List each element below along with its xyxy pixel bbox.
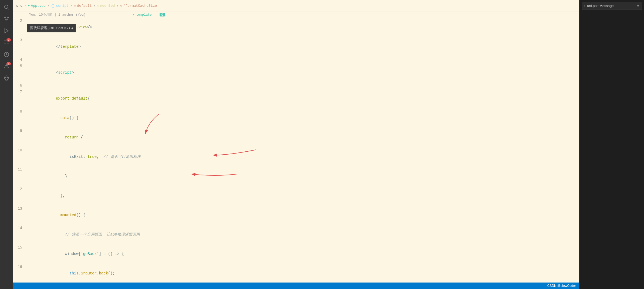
svg-point-0 <box>5 5 8 9</box>
mounted-icon: ⊙ <box>97 4 99 8</box>
line-code[interactable]: data() { <box>26 108 579 128</box>
right-panel-label: uni.postMessage <box>587 4 613 8</box>
breadcrumb-appvue[interactable]: App.vue <box>31 4 46 8</box>
source-control-icon[interactable] <box>2 14 11 24</box>
line-code[interactable]: </template> <box>26 37 579 56</box>
svg-rect-6 <box>4 40 6 42</box>
line-code[interactable]: // 注册一个全局返回 让app物理返回调用 <box>26 225 579 244</box>
right-panel-suffix: A <box>637 4 639 8</box>
line-code[interactable]: mounted() { <box>26 205 579 225</box>
code-table: 2 <router-view/> 3 </template> 4 5 <box>13 18 579 283</box>
line-code[interactable] <box>26 82 579 89</box>
breadcrumb: src › ▼ App.vue › {} script › ⊙ default … <box>13 0 579 12</box>
table-row: 12 }, <box>13 186 579 205</box>
table-row: 2 <router-view/> <box>13 18 579 37</box>
line-code[interactable]: <router-view/> <box>26 18 579 37</box>
line-num: 13 <box>13 205 26 225</box>
default-icon: ⊙ <box>74 4 76 8</box>
table-row: 5 <script> <box>13 63 579 82</box>
status-text: CSDN @slowCoder <box>547 284 576 288</box>
main-content: src › ▼ App.vue › {} script › ⊙ default … <box>13 0 579 289</box>
copilot-icon[interactable] <box>2 73 11 83</box>
line-code[interactable]: } <box>26 166 579 186</box>
status-bar: CSDN @slowCoder <box>13 283 579 289</box>
table-row: 10 isExit: true, // 是否可以退出程序 <box>13 147 579 166</box>
script-icon: {} <box>51 4 55 8</box>
table-row: 6 <box>13 82 579 89</box>
table-row: 3 </template> <box>13 37 579 56</box>
line-num: 5 <box>13 63 26 82</box>
line-num: 8 <box>13 108 26 128</box>
run-icon[interactable] <box>2 26 11 36</box>
line-num: 6 <box>13 82 26 89</box>
line-code[interactable]: window['goBack'] = () => { <box>26 244 579 264</box>
breadcrumb-script[interactable]: script <box>56 4 69 8</box>
source-control-tooltip: 源代码管理(Ctrl+Shift+G G) <box>27 24 76 32</box>
line-code[interactable]: <script> <box>26 63 579 82</box>
svg-point-4 <box>6 20 7 21</box>
table-row: 13 mounted() { <box>13 205 579 225</box>
line-num: 3 <box>13 37 26 56</box>
activity-bar: 2 3 <box>0 0 13 289</box>
line-num: 10 <box>13 147 26 166</box>
svg-rect-8 <box>4 43 6 45</box>
table-row: 4 <box>13 56 579 63</box>
format-icon: ⊙ <box>120 4 122 8</box>
code-editor[interactable]: 2 <router-view/> 3 </template> 4 5 <box>13 18 579 283</box>
debug-icon[interactable]: 3 <box>2 62 11 71</box>
line-code[interactable]: return { <box>26 128 579 147</box>
vue-icon: ▼ <box>28 4 30 8</box>
extensions-badge: 2 <box>6 38 11 42</box>
line-code[interactable]: this.$router.back(); <box>26 264 579 283</box>
table-row: 7 export default{ <box>13 89 579 108</box>
chevron-right-icon: › <box>584 4 585 8</box>
line-num: 12 <box>13 186 26 205</box>
line-code[interactable] <box>26 56 579 63</box>
table-row: 15 window['goBack'] = () => { <box>13 244 579 264</box>
table-row: 16 this.$router.back(); <box>13 264 579 283</box>
table-row: 8 data() { <box>13 108 579 128</box>
line-num: 16 <box>13 264 26 283</box>
breadcrumb-default[interactable]: default <box>77 4 92 8</box>
table-row: 14 // 注册一个全局返回 让app物理返回调用 <box>13 225 579 244</box>
svg-point-3 <box>7 17 9 18</box>
svg-marker-5 <box>5 29 8 33</box>
line-num: 2 <box>13 18 26 37</box>
breadcrumb-src[interactable]: src <box>16 4 22 8</box>
right-panel: › uni.postMessage A <box>579 0 644 289</box>
breadcrumb-mounted[interactable]: mounted <box>100 4 115 8</box>
line-code[interactable]: isExit: true, // 是否可以退出程序 <box>26 147 579 166</box>
extensions-icon[interactable]: 2 <box>2 38 11 47</box>
right-panel-header: › uni.postMessage A <box>582 2 642 10</box>
table-row: 9 return { <box>13 128 579 147</box>
line-num: 4 <box>13 56 26 63</box>
line-num: 11 <box>13 166 26 186</box>
line-num: 14 <box>13 225 26 244</box>
svg-point-14 <box>5 77 6 78</box>
search-icon[interactable] <box>2 2 11 12</box>
author-line: You, 10个月前 | 1 author (You) ◂ template G <box>13 12 579 18</box>
line-num: 9 <box>13 128 26 147</box>
table-row: 11 } <box>13 166 579 186</box>
line-num: 7 <box>13 89 26 108</box>
debug-badge: 3 <box>6 62 11 65</box>
svg-point-2 <box>4 17 6 18</box>
line-code[interactable]: }, <box>26 186 579 205</box>
line-num: 15 <box>13 244 26 264</box>
svg-point-15 <box>7 77 8 78</box>
breadcrumb-format[interactable]: 'formatCacheSize' <box>123 4 159 8</box>
svg-line-1 <box>8 8 9 9</box>
history-icon[interactable] <box>2 50 11 59</box>
svg-rect-9 <box>7 43 9 45</box>
line-code[interactable]: export default{ <box>26 89 579 108</box>
